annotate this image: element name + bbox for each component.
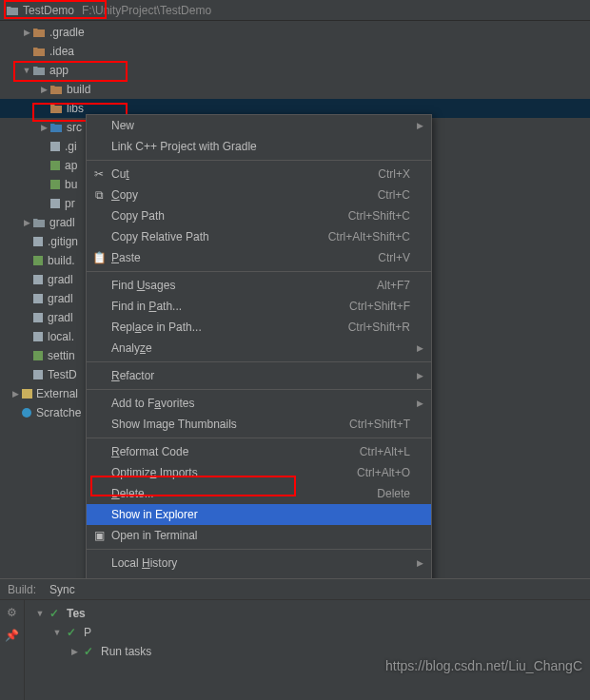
chevron-right-icon: ▶ bbox=[417, 558, 423, 568]
tree-label: .gradle bbox=[49, 26, 85, 39]
tree-label: bu bbox=[65, 178, 77, 191]
terminal-icon: ▣ bbox=[92, 529, 106, 542]
svg-rect-2 bbox=[50, 180, 60, 189]
pin-icon[interactable]: 📌 bbox=[5, 629, 19, 642]
menu-label: Analyze bbox=[111, 341, 152, 355]
build-gutter: ⚙ 📌 bbox=[0, 600, 25, 700]
tree-label: .gi bbox=[65, 140, 77, 153]
menu-add-favorites[interactable]: Add to Favorites▶ bbox=[87, 393, 431, 414]
menu-shortcut: Ctrl+Alt+Shift+C bbox=[328, 230, 410, 243]
chevron-right-icon: ▶ bbox=[417, 371, 423, 380]
svg-rect-4 bbox=[33, 237, 43, 246]
menu-open-terminal[interactable]: ▣Open in Terminal bbox=[87, 525, 431, 546]
menu-shortcut: Ctrl+X bbox=[378, 167, 410, 181]
menu-label: Find Usages bbox=[111, 279, 175, 292]
menu-local-history[interactable]: Local History▶ bbox=[87, 553, 431, 574]
tree-label: build bbox=[67, 83, 90, 96]
build-panel: Build: Sync ⚙ 📌 ▼✓Tes ▼✓P ▶✓Run tasks bbox=[0, 578, 590, 700]
menu-separator bbox=[87, 361, 431, 362]
build-row-p[interactable]: ▼✓P bbox=[25, 623, 590, 642]
tree-label: local. bbox=[48, 330, 74, 343]
menu-cut[interactable]: ✂CutCtrl+X bbox=[87, 164, 431, 185]
svg-rect-12 bbox=[22, 389, 32, 399]
tree-item-idea[interactable]: .idea bbox=[0, 42, 590, 61]
tree-label: TestD bbox=[48, 368, 77, 381]
menu-shortcut: Alt+F7 bbox=[377, 279, 410, 292]
svg-rect-1 bbox=[50, 161, 60, 170]
menu-copy[interactable]: ⧉CopyCtrl+C bbox=[87, 185, 431, 205]
menu-label: New bbox=[111, 119, 134, 132]
menu-label: Paste bbox=[111, 251, 141, 264]
tree-label: External bbox=[36, 387, 78, 400]
menu-label: Optimize Imports bbox=[111, 466, 198, 479]
tree-label: ap bbox=[65, 159, 77, 172]
breadcrumb-project[interactable]: TestDemo bbox=[23, 4, 74, 17]
svg-rect-0 bbox=[50, 142, 60, 151]
svg-point-13 bbox=[22, 408, 31, 418]
watermark: https://blog.csdn.net/Liu_ChangC bbox=[385, 658, 582, 673]
menu-label: Add to Favorites bbox=[111, 397, 194, 410]
menu-label: Reformat Code bbox=[111, 445, 188, 458]
menu-shortcut: Ctrl+V bbox=[378, 251, 410, 264]
build-tree: ▼✓Tes ▼✓P ▶✓Run tasks bbox=[25, 600, 590, 700]
menu-shortcut: Ctrl+Shift+T bbox=[349, 418, 410, 431]
tree-label: .idea bbox=[49, 45, 74, 58]
tree-label: src bbox=[67, 121, 82, 134]
menu-shortcut: Ctrl+C bbox=[378, 188, 410, 202]
menu-replace-in-path[interactable]: Replace in Path...Ctrl+Shift+R bbox=[87, 317, 431, 338]
menu-new[interactable]: New▶ bbox=[87, 115, 431, 136]
menu-shortcut: Delete bbox=[377, 487, 410, 500]
tree-label: libs bbox=[67, 102, 84, 115]
project-folder-icon bbox=[6, 5, 19, 16]
tree-label: Scratche bbox=[36, 406, 81, 419]
build-label: Build: bbox=[8, 583, 36, 596]
menu-analyze[interactable]: Analyze▶ bbox=[87, 338, 431, 359]
cut-icon: ✂ bbox=[92, 167, 106, 181]
tree-item-gradle[interactable]: ▶.gradle bbox=[0, 23, 590, 42]
tree-label: pr bbox=[65, 197, 75, 210]
breadcrumb: TestDemo F:\UnityProject\TestDemo bbox=[0, 0, 590, 21]
menu-label: Open in Terminal bbox=[111, 529, 198, 542]
menu-refactor[interactable]: Refactor▶ bbox=[87, 365, 431, 386]
menu-show-in-explorer[interactable]: Show in Explorer bbox=[87, 504, 431, 525]
tree-item-build[interactable]: ▶build bbox=[0, 80, 590, 99]
build-row-project[interactable]: ▼✓Tes bbox=[25, 604, 590, 623]
menu-paste[interactable]: 📋PasteCtrl+V bbox=[87, 247, 431, 268]
svg-rect-8 bbox=[33, 313, 43, 322]
menu-show-thumbnails[interactable]: Show Image ThumbnailsCtrl+Shift+T bbox=[87, 414, 431, 435]
paste-icon: 📋 bbox=[92, 251, 106, 264]
menu-label: Delete... bbox=[111, 487, 154, 500]
menu-label: Replace in Path... bbox=[111, 321, 202, 334]
menu-label: Link C++ Project with Gradle bbox=[111, 140, 257, 153]
menu-copy-path[interactable]: Copy PathCtrl+Shift+C bbox=[87, 205, 431, 226]
tree-label: gradl bbox=[49, 216, 75, 229]
menu-delete[interactable]: Delete...Delete bbox=[87, 483, 431, 504]
menu-optimize-imports[interactable]: Optimize ImportsCtrl+Alt+O bbox=[87, 462, 431, 483]
menu-label: Show Image Thumbnails bbox=[111, 418, 237, 431]
build-tool-icon[interactable]: ⚙ bbox=[7, 606, 17, 619]
svg-rect-9 bbox=[33, 332, 43, 341]
menu-copy-relative-path[interactable]: Copy Relative PathCtrl+Alt+Shift+C bbox=[87, 226, 431, 247]
tree-label: build. bbox=[48, 254, 75, 267]
menu-label: Local History bbox=[111, 556, 177, 570]
svg-rect-3 bbox=[50, 199, 60, 208]
tree-item-app[interactable]: ▼app bbox=[0, 61, 590, 80]
chevron-right-icon: ▶ bbox=[417, 121, 423, 130]
menu-shortcut: Ctrl+Shift+F bbox=[349, 300, 410, 313]
build-header: Build: Sync bbox=[0, 579, 590, 600]
chevron-right-icon: ▶ bbox=[417, 399, 423, 408]
menu-find-usages[interactable]: Find UsagesAlt+F7 bbox=[87, 275, 431, 296]
menu-reformat-code[interactable]: Reformat CodeCtrl+Alt+L bbox=[87, 441, 431, 462]
menu-find-in-path[interactable]: Find in Path...Ctrl+Shift+F bbox=[87, 296, 431, 317]
check-icon: ✓ bbox=[49, 607, 59, 620]
build-tab-sync[interactable]: Sync bbox=[49, 583, 75, 596]
menu-separator bbox=[87, 438, 431, 438]
check-icon: ✓ bbox=[84, 645, 93, 658]
breadcrumb-path: F:\UnityProject\TestDemo bbox=[82, 4, 211, 17]
build-label: P bbox=[84, 626, 91, 639]
build-label: Run tasks bbox=[101, 645, 151, 658]
menu-shortcut: Ctrl+Alt+L bbox=[360, 445, 410, 458]
menu-link-cpp[interactable]: Link C++ Project with Gradle bbox=[87, 136, 431, 157]
menu-label: Show in Explorer bbox=[111, 508, 198, 521]
menu-separator bbox=[87, 389, 431, 390]
